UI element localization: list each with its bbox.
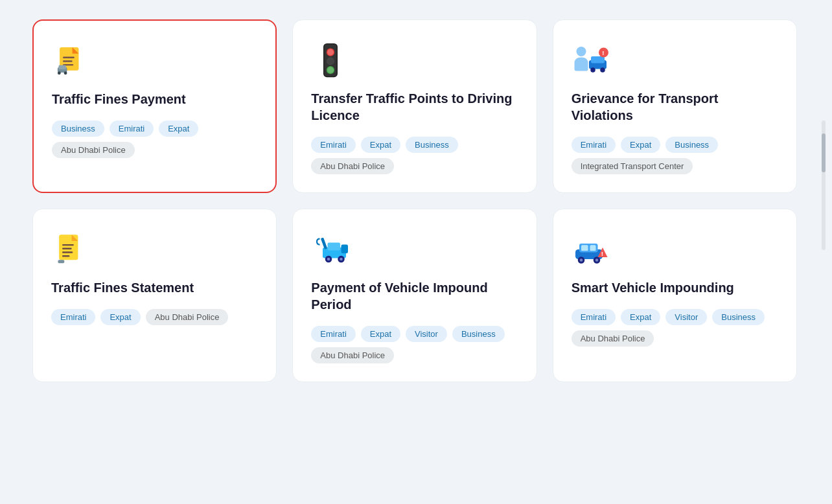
- card-title-grievance-transport-violations: Grievance for Transport Violations: [572, 90, 778, 124]
- smart-vehicle-impounding-icon: !: [572, 230, 610, 269]
- transfer-traffic-points-icon: [311, 41, 350, 80]
- svg-point-8: [64, 71, 67, 74]
- card-transfer-traffic-points[interactable]: Transfer Traffic Points to Driving Licen…: [292, 19, 537, 193]
- svg-point-7: [58, 71, 61, 74]
- svg-point-33: [327, 258, 330, 261]
- tag-business[interactable]: Business: [52, 120, 104, 137]
- svg-rect-2: [63, 57, 75, 58]
- card-traffic-fines-statement[interactable]: Traffic Fines StatementEmiratiExpatAbu D…: [32, 209, 277, 382]
- tag-expat[interactable]: Expat: [621, 309, 660, 325]
- svg-point-12: [328, 49, 334, 56]
- tags-transfer-traffic-points: EmiratiExpatBusinessAbu Dhabi Police: [311, 137, 518, 174]
- tags-smart-vehicle-impounding: EmiratiExpatVisitorBusinessAbu Dhabi Pol…: [572, 309, 778, 347]
- page-wrapper: Traffic Fines PaymentBusinessEmiratiExpa…: [0, 0, 832, 402]
- svg-rect-18: [591, 56, 605, 63]
- svg-rect-39: [581, 245, 588, 251]
- traffic-fines-statement-icon: [51, 230, 90, 269]
- svg-rect-36: [321, 238, 327, 249]
- svg-text:!: !: [602, 49, 604, 56]
- tag-business[interactable]: Business: [665, 137, 718, 153]
- card-traffic-fines-payment[interactable]: Traffic Fines PaymentBusinessEmiratiExpa…: [32, 19, 277, 193]
- tags-payment-vehicle-impound: EmiratiExpatVisitorBusinessAbu Dhabi Pol…: [311, 326, 518, 363]
- svg-rect-3: [63, 60, 73, 62]
- tag-business[interactable]: Business: [452, 326, 505, 342]
- tag-visitor[interactable]: Visitor: [406, 326, 447, 342]
- svg-point-15: [328, 67, 334, 73]
- tag-emirati[interactable]: Emirati: [311, 326, 355, 342]
- svg-point-42: [579, 258, 583, 262]
- card-title-smart-vehicle-impounding: Smart Vehicle Impounding: [572, 279, 778, 296]
- svg-text:!: !: [601, 250, 603, 257]
- svg-rect-40: [590, 245, 595, 251]
- card-grievance-transport-violations[interactable]: ! Grievance for Transport ViolationsEmir…: [553, 19, 797, 193]
- tag-visitor[interactable]: Visitor: [665, 309, 707, 325]
- cards-grid: Traffic Fines PaymentBusinessEmiratiExpa…: [32, 19, 797, 382]
- svg-rect-24: [62, 244, 74, 246]
- tag-expat[interactable]: Expat: [100, 309, 140, 325]
- svg-rect-25: [62, 248, 72, 249]
- card-title-traffic-fines-payment: Traffic Fines Payment: [52, 91, 257, 108]
- svg-rect-31: [341, 245, 349, 254]
- card-smart-vehicle-impounding[interactable]: ! Smart Vehicle ImpoundingEmiratiExpatVi…: [553, 209, 797, 382]
- svg-rect-6: [59, 65, 66, 70]
- tag-emirati[interactable]: Emirati: [572, 137, 616, 153]
- svg-point-13: [327, 57, 334, 65]
- tag-abu-dhabi-police[interactable]: Abu Dhabi Police: [146, 309, 229, 325]
- tag-abu-dhabi-police[interactable]: Abu Dhabi Police: [311, 347, 394, 363]
- tag-expat[interactable]: Expat: [361, 326, 400, 342]
- tag-business[interactable]: Business: [406, 137, 458, 153]
- tag-expat[interactable]: Expat: [621, 137, 660, 153]
- svg-point-35: [340, 258, 343, 261]
- card-title-traffic-fines-statement: Traffic Fines Statement: [51, 279, 258, 296]
- svg-rect-26: [62, 251, 73, 253]
- card-title-payment-vehicle-impound: Payment of Vehicle Impound Period: [311, 279, 518, 313]
- scrollbar-thumb[interactable]: [822, 133, 826, 172]
- tag-integrated-transport-center[interactable]: Integrated Transport Center: [572, 158, 693, 174]
- card-payment-vehicle-impound[interactable]: Payment of Vehicle Impound PeriodEmirati…: [292, 209, 537, 382]
- payment-vehicle-impound-icon: [311, 230, 350, 269]
- svg-rect-28: [58, 260, 65, 263]
- tags-grievance-transport-violations: EmiratiExpatBusinessIntegrated Transport…: [572, 137, 778, 174]
- tag-business[interactable]: Business: [712, 309, 765, 325]
- tag-expat[interactable]: Expat: [159, 120, 198, 137]
- svg-point-19: [590, 67, 595, 73]
- svg-rect-27: [62, 255, 69, 257]
- tags-traffic-fines-payment: BusinessEmiratiExpatAbu Dhabi Police: [52, 120, 257, 158]
- grievance-transport-icon: !: [572, 41, 610, 80]
- tag-emirati[interactable]: Emirati: [51, 309, 95, 325]
- tag-expat[interactable]: Expat: [361, 137, 400, 153]
- tags-traffic-fines-statement: EmiratiExpatAbu Dhabi Police: [51, 309, 258, 325]
- svg-point-20: [600, 67, 605, 73]
- tag-emirati[interactable]: Emirati: [110, 120, 154, 137]
- svg-point-44: [595, 258, 598, 262]
- scrollbar-track[interactable]: [822, 120, 826, 250]
- svg-point-16: [576, 47, 586, 56]
- tag-abu-dhabi-police[interactable]: Abu Dhabi Police: [572, 330, 654, 347]
- tag-emirati[interactable]: Emirati: [311, 137, 355, 153]
- tag-emirati[interactable]: Emirati: [572, 309, 616, 325]
- card-title-transfer-traffic-points: Transfer Traffic Points to Driving Licen…: [311, 90, 518, 124]
- svg-rect-30: [328, 243, 341, 251]
- tag-abu-dhabi-police[interactable]: Abu Dhabi Police: [52, 142, 135, 158]
- traffic-fines-payment-icon: [52, 41, 91, 80]
- tag-abu-dhabi-police[interactable]: Abu Dhabi Police: [311, 158, 394, 174]
